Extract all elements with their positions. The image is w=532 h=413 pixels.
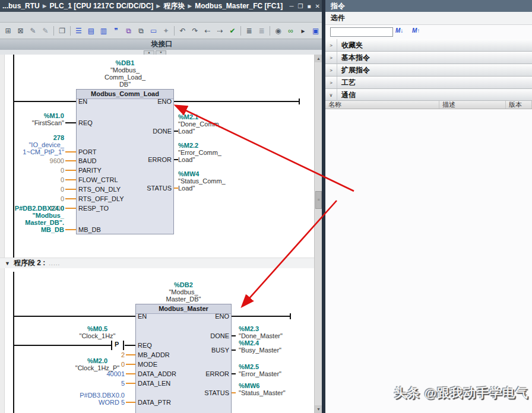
find-up-icon[interactable]: M↑ — [412, 27, 420, 34]
restore-button[interactable]: ❐ — [298, 3, 303, 9]
scrollbar-thumb[interactable]: ≡ — [315, 191, 322, 209]
operand[interactable]: %M1.0"FirstScan" — [2, 112, 64, 126]
tree-column-label[interactable]: 名称 — [325, 101, 439, 109]
tree-column-label[interactable]: 描述 — [439, 101, 506, 109]
operand[interactable]: 0 — [2, 195, 64, 202]
network-2-header[interactable]: ▼ 程序段 2 : ..... — [0, 258, 314, 268]
insert-network-icon[interactable]: ⊞ — [2, 25, 14, 37]
compile-icon[interactable]: ✔ — [227, 25, 238, 37]
operand[interactable]: %M2.4"Busy_Master" — [239, 339, 310, 354]
breadcrumb-item[interactable]: PLC_1 [CPU 1217C DC/DC/DC] — [50, 2, 154, 10]
operand[interactable]: %M2.3"Done_Master" — [239, 325, 310, 339]
network-2-comment[interactable]: ..... — [49, 260, 60, 266]
undo-icon[interactable]: ↶ — [177, 25, 188, 37]
operand[interactable]: %MW4"Status_Comm_Load" — [178, 170, 249, 192]
db-instance-label[interactable]: %DB2"Modbus_Master_DB" — [135, 281, 232, 303]
pin-resp_to: RESP_TO — [78, 205, 109, 212]
operand-line: Master_DB". — [2, 219, 64, 226]
block-master[interactable]: Modbus_Master — [135, 304, 232, 413]
operand-line: "Clock_1Hz_P" — [62, 364, 133, 371]
section-1[interactable]: >基本指令 — [325, 52, 532, 64]
network-comment-icon[interactable]: ▤ — [86, 25, 97, 37]
glasses-icon[interactable]: ∞ — [285, 25, 296, 37]
network-title-icon[interactable]: ▥ — [98, 25, 109, 37]
operand[interactable]: 278"IO_device_1~CM_PtP_1" — [2, 134, 64, 155]
contact-operand-below[interactable]: %M2.0"Clock_1Hz_P" — [62, 357, 133, 371]
operand-line: Load" — [178, 185, 249, 192]
more-tools-icon[interactable]: ▸ — [297, 25, 309, 37]
tree-column-header: 名称描述版本 — [325, 101, 532, 109]
contact-operand-above[interactable]: %M0.5"Clock_1Hz" — [62, 325, 133, 339]
options-section-header[interactable]: 选件 — [325, 12, 532, 25]
pin-stub — [126, 373, 135, 374]
search-input[interactable] — [330, 27, 393, 37]
operand-line: 1~CM_PtP_1" — [2, 148, 64, 155]
operand[interactable]: P#DB2.DBX24.0"Modbus_Master_DB".MB_DB — [2, 205, 64, 233]
section-communication[interactable]: ∨通信 — [325, 89, 532, 101]
snapshot-icon[interactable]: ◉ — [273, 25, 284, 37]
block-interface-label: 块接口 — [151, 40, 173, 48]
minimize-button[interactable]: ─ — [290, 3, 294, 9]
chevron-right-icon[interactable]: > — [325, 64, 337, 76]
find-down-icon[interactable]: M↓ — [395, 27, 403, 34]
section-0[interactable]: >收藏夹 — [325, 39, 532, 52]
section-3[interactable]: >工艺 — [325, 77, 532, 89]
operand[interactable]: %M2.5"Error_Master" — [239, 363, 310, 377]
branch-icon[interactable]: ▭ — [148, 25, 159, 37]
chevron-right-icon[interactable]: > — [325, 52, 337, 63]
operand[interactable]: 0 — [2, 176, 64, 183]
operand-line: 0 — [2, 176, 64, 183]
operand[interactable]: %MW6"Status_Master" — [239, 382, 310, 396]
insert-row-icon[interactable]: ✎ — [27, 25, 39, 37]
operand[interactable]: 9600 — [2, 157, 64, 164]
operand-line: "Clock_1Hz" — [62, 332, 133, 339]
next-error-icon[interactable]: ⇢ — [214, 25, 226, 37]
operand[interactable]: 0 — [2, 167, 64, 174]
tree-column-label[interactable]: 版本 — [506, 101, 532, 109]
monitor-on-icon[interactable]: ≣ — [243, 25, 255, 37]
operand[interactable]: P#DB3.DBX0.0WORD 5 — [2, 392, 125, 406]
pin-en: EN — [78, 98, 87, 105]
program-editor-canvas[interactable]: ▼ 程序段 2 : ..... %DB1"Modbus_Comm_Load_DB… — [0, 55, 314, 413]
breadcrumb-item[interactable]: 程序块 — [163, 1, 185, 11]
delete-row-icon[interactable]: ✎ — [40, 25, 51, 37]
breadcrumb-item[interactable]: ...bus_RTU — [2, 2, 40, 10]
operand-line: %M2.2 — [178, 142, 249, 149]
delete-network-icon[interactable]: ⊠ — [15, 25, 26, 37]
breadcrumb-item[interactable]: Modbus_Master_FC [FC1] — [195, 2, 283, 10]
chevron-right-icon[interactable]: > — [325, 39, 337, 51]
wire-end-tick — [290, 313, 291, 319]
operand[interactable]: %M2.1"Done_Comm_Load" — [178, 113, 249, 135]
chevron-right-icon[interactable]: > — [325, 77, 337, 88]
operand[interactable]: 5 — [2, 380, 125, 387]
window-icon[interactable]: ▣ — [310, 25, 321, 37]
db-instance-label[interactable]: %DB1"Modbus_Comm_Load_DB" — [76, 59, 174, 88]
redo-icon[interactable]: ↷ — [189, 25, 201, 37]
instructions-panel: 指令 选件 M↓ M↑ >收藏夹>基本指令>扩展指令>工艺∨通信 名称描述版本 … — [325, 0, 532, 413]
network-collapse-icon[interactable]: ▼ — [5, 260, 10, 266]
operand-line: %M2.5 — [239, 363, 310, 370]
operand-line: "Done_Master" — [239, 332, 310, 339]
operand-line: DB" — [76, 81, 174, 88]
wire — [14, 345, 111, 346]
pin-done: DONE — [189, 332, 229, 339]
insert-block-down-icon[interactable]: ⧉ — [123, 25, 134, 37]
block-interface-bar[interactable]: 块接口 — [0, 39, 324, 50]
absolute-operands-icon[interactable]: ☰ — [73, 25, 84, 37]
section-2[interactable]: >扩展指令 — [325, 64, 532, 77]
options-magic-icon[interactable]: ✦ — [160, 25, 172, 37]
editor-scrollbar[interactable]: ▲ ≡ ▼ — [314, 55, 322, 413]
prev-error-icon[interactable]: ⇠ — [202, 25, 213, 37]
operand[interactable]: %M2.2"Error_Comm_Load" — [178, 142, 249, 163]
monitor-off-icon[interactable]: ≣ — [256, 25, 267, 37]
breadcrumb: ...bus_RTU▶PLC_1 [CPU 1217C DC/DC/DC]▶程序… — [2, 1, 290, 11]
comment-icon[interactable]: ❞ — [110, 25, 122, 37]
paste-library-icon[interactable]: ❐ — [56, 25, 68, 37]
operand-line: "Busy_Master" — [239, 347, 310, 354]
close-button[interactable]: ✕ — [315, 3, 320, 9]
edge-contact-p[interactable]: P — [115, 341, 119, 348]
maximize-button[interactable]: ■ — [308, 3, 311, 9]
insert-block-up-icon[interactable]: ⧉ — [135, 25, 147, 37]
operand[interactable]: 0 — [2, 186, 64, 193]
chevron-down-icon[interactable]: ∨ — [325, 89, 337, 101]
